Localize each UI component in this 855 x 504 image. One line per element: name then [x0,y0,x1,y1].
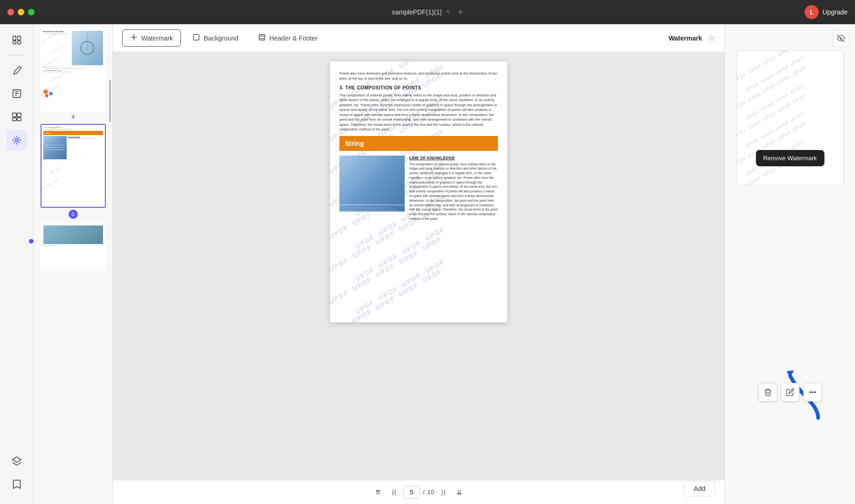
svg-point-22 [814,392,815,393]
upgrade-label: Upgrade [822,8,848,16]
pdf-viewer-area: UPDF UPDF UPDF UPDF UPDF UPDF UPDF UPDF … [113,52,724,480]
last-page-button[interactable]: ⇊ [453,486,466,499]
top-toolbar: Watermark Background Header & Footer Wat… [113,24,724,52]
title-text: samplePDF(1)(1) [392,8,441,16]
scroll-indicator [109,80,111,122]
watermark-tab-icon [130,34,138,42]
sidebar-item-watermark[interactable] [7,130,27,150]
thumbnail-6[interactable]: PRISM DECOMPOSITI... ON SUNLIGHT... part… [41,223,106,269]
edit-watermark-button[interactable] [781,383,800,402]
first-page-button[interactable]: ⇈ [372,486,385,499]
thumb-number-4: 4 [71,114,75,120]
prev-multiple-button[interactable]: ⟨⟨ [387,486,400,499]
pdf-section-title: 3. THE COMPOSITION OF POINTS [339,85,498,90]
svg-point-20 [809,392,810,393]
traffic-lights [7,9,34,15]
pdf-image [339,156,405,211]
pdf-orange-label: String [339,136,498,151]
pdf-bottom-text: The composition of ordered points: here … [409,162,498,221]
svg-marker-13 [12,457,21,463]
svg-rect-11 [17,118,21,121]
thumbnail-item-5[interactable]: 3. THE COMPOSITION OF POINTS body text c… [37,124,109,219]
favorite-button[interactable]: ☆ [708,33,715,43]
thumbnail-4[interactable]: Basic Elements of Plane Space Lorem ipsu… [41,28,106,112]
minimize-button[interactable] [18,9,24,15]
close-button[interactable] [7,9,14,15]
tab-header-footer[interactable]: Header & Footer [250,29,326,47]
svg-rect-8 [12,113,16,117]
thumbnail-item-4[interactable]: Basic Elements of Plane Space Lorem ipsu… [37,28,109,120]
avatar: L [805,5,819,19]
title-edit-icon[interactable]: ✎ [446,9,450,15]
thumbnail-panel: Basic Elements of Plane Space Lorem ipsu… [34,24,113,504]
delete-watermark-button[interactable] [758,383,777,402]
thumbnail-5[interactable]: 3. THE COMPOSITION OF POINTS body text c… [41,124,106,208]
svg-rect-15 [193,34,199,40]
sidebar-item-edit[interactable] [7,83,27,104]
pdf-body-text: The composition of ordered points: here … [339,93,498,132]
main-layout: Basic Elements of Plane Space Lorem ipsu… [0,24,855,504]
add-button[interactable]: Add [684,481,715,497]
svg-rect-3 [17,41,20,44]
svg-marker-24 [786,370,794,378]
pdf-bottom-section: LINE OF KNOWLEDGE The composition of ord… [339,156,498,225]
svg-point-21 [812,392,813,393]
next-multiple-button[interactable]: ⟩⟩ [437,486,450,499]
left-sidebar [0,24,34,504]
tab-background[interactable]: Background [185,29,247,47]
pdf-intro-text: Points also have dominant and recessive … [339,71,498,82]
thumbnail-item-6[interactable]: PRISM DECOMPOSITI... ON SUNLIGHT... part… [37,223,109,269]
background-tab-icon [193,34,200,42]
sidebar-divider-1 [9,55,24,55]
upgrade-button[interactable]: L Upgrade [805,5,848,19]
svg-rect-0 [13,36,15,40]
right-panel-title: Watermark [669,34,702,42]
page-nav-container: ⇈ ⟨⟨ / 10 ⟩⟩ ⇊ Add [113,480,724,504]
page-number-input[interactable] [403,486,420,499]
pdf-right-content: LINE OF KNOWLEDGE The composition of ord… [409,156,498,225]
action-buttons [758,383,822,402]
sidebar-item-layers[interactable] [7,451,27,471]
svg-rect-10 [12,118,16,121]
content-area: Watermark Background Header & Footer Wat… [113,24,724,504]
page-total: 10 [428,489,434,496]
sidebar-item-organize[interactable] [7,107,27,127]
svg-rect-9 [17,113,21,117]
thumb-badge-5: 5 [69,210,78,219]
right-panel: UPDF UPDF UPDF UPDF UPDF UPDF UPDF UPDF … [724,24,855,504]
pdf-subtitle: LINE OF KNOWLEDGE [409,156,498,160]
background-tab-label: Background [204,34,239,42]
toolbar-right: Watermark ☆ [669,33,715,43]
svg-rect-1 [17,36,20,40]
sidebar-item-annotate[interactable] [7,60,27,81]
svg-point-14 [133,36,135,38]
more-options-button[interactable] [803,383,822,402]
nav-controls: ⇈ ⟨⟨ / 10 ⟩⟩ ⇊ [113,486,724,499]
watermark-tab-label: Watermark [141,34,173,42]
new-tab-button[interactable]: + [458,7,463,18]
header-footer-tab-icon [258,34,266,42]
active-indicator [29,239,34,244]
remove-watermark-tooltip: Remove Watermark [756,150,824,166]
hide-watermark-button[interactable] [833,30,849,47]
svg-point-12 [15,139,18,142]
svg-rect-16 [259,34,265,40]
svg-rect-2 [13,41,15,44]
window-title: samplePDF(1)(1) ✎ + [392,7,463,18]
pdf-page: UPDF UPDF UPDF UPDF UPDF UPDF UPDF UPDF … [330,61,507,322]
sidebar-item-reader[interactable] [7,30,27,50]
maximize-button[interactable] [28,9,34,15]
titlebar: samplePDF(1)(1) ✎ + L Upgrade [0,0,855,24]
page-nav: ⇈ ⟨⟨ / 10 ⟩⟩ ⇊ [113,480,724,504]
header-footer-tab-label: Header & Footer [269,34,318,42]
pdf-content: Points also have dominant and recessive … [339,71,498,225]
tab-watermark[interactable]: Watermark [122,29,181,47]
sidebar-item-bookmark[interactable] [7,474,27,495]
page-slash: / [423,489,425,496]
